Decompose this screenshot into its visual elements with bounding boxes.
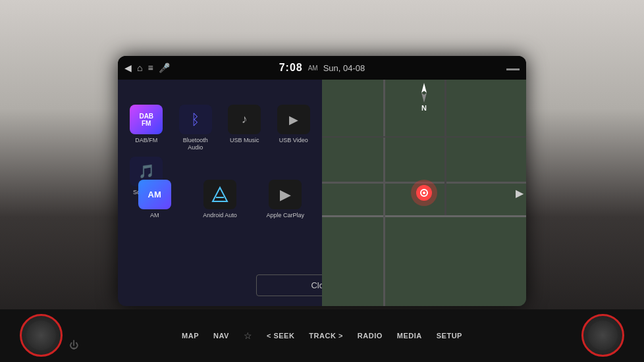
media-item-android-auto[interactable]: Android Auto	[190, 180, 250, 219]
am-label: AM	[150, 212, 159, 219]
radio-button[interactable]: RADIO	[358, 332, 383, 340]
media-button[interactable]: MEDIA	[397, 332, 422, 340]
left-knob[interactable]	[20, 314, 63, 357]
right-knob[interactable]	[581, 314, 624, 357]
media-item-apple-carplay[interactable]: ▶ Apple CarPlay	[255, 180, 315, 219]
road-horizontal-2	[322, 215, 526, 217]
android-auto-icon	[203, 180, 236, 209]
status-bar: ◀ ⌂ ≡ 🎤 7:08 AM Sun, 04-08 ▬▬	[118, 56, 526, 80]
ampm-display: AM	[308, 65, 318, 72]
usb-video-label: USB Video	[279, 137, 308, 144]
bottom-buttons-group: MAP NAV ☆ < SEEK TRACK > RADIO MEDIA SET…	[182, 330, 462, 341]
dabfm-icon: DABFM	[130, 105, 163, 134]
back-icon[interactable]: ◀	[124, 63, 132, 73]
signal-icon: ▬▬	[506, 65, 520, 72]
svg-marker-2	[421, 83, 427, 93]
left-knob-inner	[26, 321, 56, 350]
infotainment-screen: ◀ ⌂ ≡ 🎤 7:08 AM Sun, 04-08 ▬▬ DABFM DAB/…	[118, 56, 526, 306]
compass: N	[417, 83, 431, 112]
media-grid-row2: AM AM Android Auto ▶ Apple CarPlay	[118, 174, 322, 224]
mic-icon[interactable]: 🎤	[159, 63, 170, 73]
nav-button[interactable]: NAV	[213, 332, 229, 340]
media-item-bluetooth[interactable]: ᛒ BluetoothAudio	[174, 105, 218, 151]
location-marker	[411, 180, 437, 206]
time-display: 7:08	[279, 62, 303, 74]
usb-music-icon: ♪	[228, 105, 261, 134]
location-marker-inner	[416, 185, 432, 201]
usb-video-icon: ▶	[277, 105, 310, 134]
media-item-usb-music[interactable]: ♪ USB Music	[223, 105, 267, 151]
favorites-star-icon[interactable]: ☆	[244, 330, 252, 341]
road-vertical	[383, 80, 385, 306]
bluetooth-label: BluetoothAudio	[183, 137, 208, 151]
usb-music-label: USB Music	[230, 137, 259, 144]
right-knob-inner	[588, 321, 618, 350]
power-icon[interactable]: ⏻	[69, 340, 78, 350]
nav-icons-left: ◀ ⌂ ≡ 🎤	[124, 63, 170, 73]
setup-button[interactable]: SETUP	[437, 332, 462, 340]
map-button[interactable]: MAP	[182, 332, 199, 340]
am-icon: AM	[138, 180, 171, 209]
media-item-usb-video[interactable]: ▶ USB Video	[272, 105, 316, 151]
media-item-am[interactable]: AM AM	[124, 180, 184, 219]
map-area: N ▶ Auto 50 yd	[322, 80, 526, 306]
status-icons-right: ▬▬	[506, 65, 520, 72]
car-dashboard: ◀ ⌂ ≡ 🎤 7:08 AM Sun, 04-08 ▬▬ DABFM DAB/…	[0, 0, 644, 362]
android-auto-label: Android Auto	[203, 212, 237, 219]
menu-icon[interactable]: ≡	[148, 63, 153, 73]
svg-marker-0	[213, 188, 227, 201]
dabfm-label: DAB/FM	[135, 137, 157, 144]
svg-point-5	[423, 192, 425, 194]
apple-carplay-icon: ▶	[269, 180, 302, 209]
media-item-dabfm[interactable]: DABFM DAB/FM	[124, 105, 169, 151]
bluetooth-icon: ᛒ	[179, 105, 212, 134]
map-expand-arrow[interactable]: ▶	[516, 187, 523, 199]
home-icon[interactable]: ⌂	[137, 63, 142, 73]
apple-carplay-label: Apple CarPlay	[267, 212, 305, 219]
bottom-control-bar: ⏻ MAP NAV ☆ < SEEK TRACK > RADIO MEDIA S…	[0, 309, 644, 362]
road-horizontal-3	[322, 136, 526, 138]
map-background: N ▶	[322, 80, 526, 306]
date-display: Sun, 04-08	[323, 63, 365, 73]
svg-marker-3	[421, 93, 427, 103]
road-vertical-2	[444, 80, 446, 215]
seek-left-button[interactable]: < SEEK	[267, 332, 294, 340]
track-button[interactable]: TRACK >	[309, 332, 342, 340]
compass-north: N	[417, 104, 431, 112]
